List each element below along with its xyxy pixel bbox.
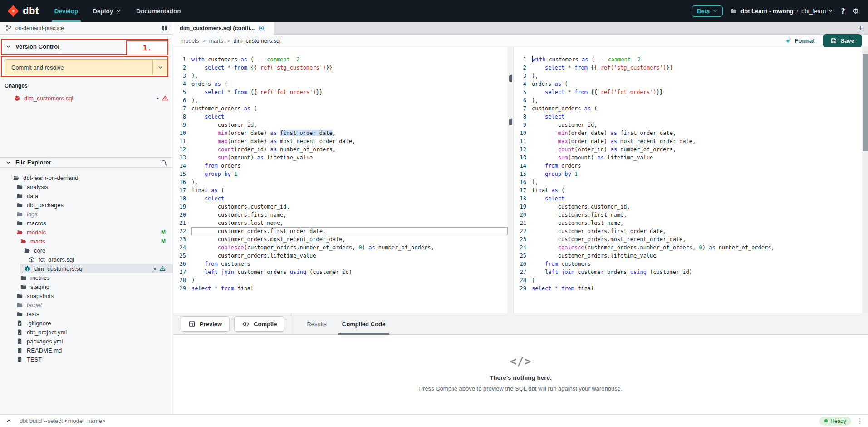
branch-row[interactable]: on-demand-practice [0, 22, 173, 35]
tree-item-data[interactable]: data [0, 191, 173, 200]
right-pane-scrollbar[interactable] [862, 47, 868, 313]
tree-item-fct_orders.sql[interactable]: fct_orders.sql [0, 255, 173, 264]
breadcrumb-models[interactable]: models [181, 38, 199, 44]
nav-item-develop[interactable]: Develop [47, 0, 86, 22]
code-line-20[interactable]: 20 customers.first_name, [173, 211, 508, 219]
tab-dim-customers[interactable]: dim_customers.sql (confli... [173, 22, 274, 35]
tree-item-TEST[interactable]: TEST [0, 355, 173, 364]
file-search-button[interactable] [161, 159, 167, 167]
gear-icon[interactable]: ⚙ [853, 7, 859, 15]
code-line-9[interactable]: 9 customer_id, [173, 121, 508, 129]
tree-item-models[interactable]: modelsM [0, 228, 173, 237]
code-line-7[interactable]: 7customer_orders as ( [514, 104, 862, 113]
code-line-13[interactable]: 13 sum(amount) as lifetime_value [514, 154, 862, 162]
code-line-2[interactable]: 2 select * from {{ ref('stg_customers')}… [173, 64, 508, 72]
tree-item-analysis[interactable]: analysis [0, 182, 173, 191]
code-line-22[interactable]: 22 customer_orders.first_order_date, [514, 227, 862, 235]
code-line-25[interactable]: 25 customer_orders.lifetime_value [514, 252, 862, 260]
code-line-17[interactable]: 17final as ( [173, 186, 508, 194]
code-line-29[interactable]: 29select * from final [173, 284, 508, 293]
tree-item-dim_customers.sql[interactable]: dim_customers.sql• [20, 264, 173, 273]
code-pane-left[interactable]: 1with customers as ( -- comment 22 selec… [173, 47, 508, 313]
code-line-15[interactable]: 15 group by 1 [173, 170, 508, 178]
code-line-13[interactable]: 13 sum(amount) as lifetime_value [173, 154, 508, 162]
tree-item-dbt_packages[interactable]: dbt_packages [0, 200, 173, 209]
code-line-14[interactable]: 14 from orders [173, 162, 508, 170]
help-icon[interactable]: ? [841, 7, 845, 15]
commit-and-resolve-button[interactable]: Commit and resolve [5, 59, 168, 75]
collapse-panel-button[interactable] [5, 417, 12, 424]
code-line-8[interactable]: 8 select [514, 113, 862, 121]
tree-item-dbt-learn-on-demand[interactable]: dbt-learn-on-demand [0, 173, 173, 182]
code-line-1[interactable]: 1with customers as ( -- comment 2 [173, 55, 508, 64]
kebab-icon[interactable]: ⋮ [857, 417, 863, 425]
docs-book-button[interactable] [161, 24, 168, 32]
tree-item-staging[interactable]: staging [0, 282, 173, 291]
code-line-17[interactable]: 17final as ( [514, 186, 862, 194]
breadcrumb-marts[interactable]: marts [209, 38, 223, 44]
code-line-24[interactable]: 24 coalesce(customer_orders.number_of_or… [514, 243, 862, 252]
tree-item-dbt_project.yml[interactable]: dbt_project.yml [0, 328, 173, 337]
code-line-10[interactable]: 10 min(order_date) as first_order_date, [514, 129, 862, 137]
code-line-27[interactable]: 27 left join customer_orders using (cust… [514, 268, 862, 276]
code-line-3[interactable]: 3), [514, 72, 862, 80]
code-line-14[interactable]: 14 from orders [514, 162, 862, 170]
commit-dropdown-button[interactable] [152, 60, 168, 75]
code-pane-right[interactable]: 1with customers as ( -- comment 22 selec… [513, 47, 862, 313]
code-line-10[interactable]: 10 min(order_date) as first_order_date, [173, 129, 508, 137]
code-line-19[interactable]: 19 customers.customer_id, [514, 203, 862, 211]
tree-item-snapshots[interactable]: snapshots [0, 291, 173, 300]
code-line-28[interactable]: 28) [514, 276, 862, 284]
dbt-logo[interactable]: dbt [0, 0, 47, 22]
tab-compiled-code[interactable]: Compiled Code [342, 313, 385, 335]
code-line-4[interactable]: 4orders as ( [173, 80, 508, 88]
code-line-28[interactable]: 28) [173, 276, 508, 284]
code-line-22[interactable]: 22 customer_orders.first_order_date, [173, 227, 508, 235]
tree-item-packages.yml[interactable]: packages.yml [0, 337, 173, 346]
code-line-9[interactable]: 9 customer_id, [514, 121, 862, 129]
code-line-11[interactable]: 11 max(order_date) as most_recent_order_… [514, 137, 862, 145]
code-line-23[interactable]: 23 customer_orders.most_recent_order_dat… [173, 235, 508, 243]
code-line-25[interactable]: 25 customer_orders.lifetime_value [173, 252, 508, 260]
code-line-18[interactable]: 18 select [514, 194, 862, 203]
project-switcher[interactable]: dbt_learn [801, 8, 834, 15]
code-line-7[interactable]: 7customer_orders as ( [173, 104, 508, 113]
code-line-16[interactable]: 16), [514, 178, 862, 186]
scrollbar-thumb[interactable] [863, 54, 868, 151]
code-line-1[interactable]: 1with customers as ( -- comment 2 [514, 55, 862, 64]
tree-item-.gitignore[interactable]: .gitignore [0, 318, 173, 328]
code-line-12[interactable]: 12 count(order_id) as number_of_orders, [173, 145, 508, 154]
beta-button[interactable]: Beta [692, 5, 723, 17]
breadcrumb-file[interactable]: dim_customers.sql [233, 38, 280, 44]
code-line-18[interactable]: 18 select [173, 194, 508, 203]
code-line-26[interactable]: 26 from customers [173, 260, 508, 268]
format-button[interactable]: Format [785, 37, 815, 45]
new-tab-plus-icon[interactable]: + [853, 24, 868, 32]
tree-item-macros[interactable]: macros [0, 218, 173, 228]
code-line-21[interactable]: 21 customers.last_name, [173, 219, 508, 227]
tree-item-tests[interactable]: tests [0, 309, 173, 318]
code-line-5[interactable]: 5 select * from {{ ref('fct_orders')}} [173, 88, 508, 96]
code-line-27[interactable]: 27 left join customer_orders using (cust… [173, 268, 508, 276]
code-line-29[interactable]: 29select * from final [514, 284, 862, 293]
code-line-11[interactable]: 11 max(order_date) as most_recent_order_… [173, 137, 508, 145]
nav-item-documentation[interactable]: Documentation [129, 0, 188, 22]
code-line-6[interactable]: 6), [514, 96, 862, 104]
code-line-24[interactable]: 24 coalesce(customer_orders.number_of_or… [173, 243, 508, 252]
code-line-26[interactable]: 26 from customers [514, 260, 862, 268]
tree-item-marts[interactable]: martsM [0, 237, 173, 246]
file-explorer-header[interactable]: File Explorer [0, 157, 173, 168]
version-control-header[interactable]: Version Control [0, 38, 173, 55]
tree-item-metrics[interactable]: metrics [0, 273, 173, 282]
code-line-15[interactable]: 15 group by 1 [514, 170, 862, 178]
tree-item-core[interactable]: core [0, 246, 173, 255]
code-line-8[interactable]: 8 select [173, 113, 508, 121]
code-line-4[interactable]: 4orders as ( [514, 80, 862, 88]
code-line-2[interactable]: 2 select * from {{ ref('stg_customers')}… [514, 64, 862, 72]
code-line-5[interactable]: 5 select * from {{ ref('fct_orders')}} [514, 88, 862, 96]
code-line-16[interactable]: 16), [173, 178, 508, 186]
changed-file-dim-customers[interactable]: dim_customers.sql • [0, 94, 168, 103]
command-input[interactable] [20, 417, 292, 424]
tree-item-target[interactable]: target [0, 300, 173, 309]
left-pane-scrollbar[interactable] [508, 47, 513, 313]
